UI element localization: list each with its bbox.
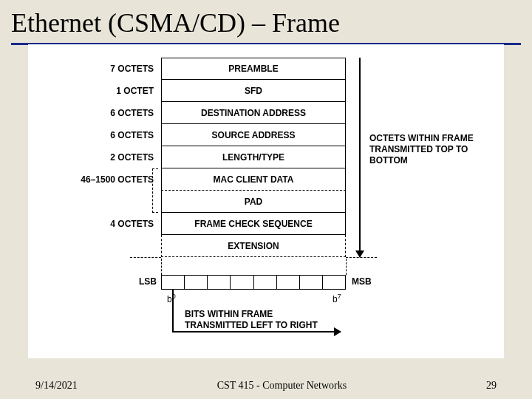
frame-row: 7 OCTETS PREAMBLE	[161, 58, 346, 80]
frame-row: 2 OCTETS LENGTH/TYPE	[161, 146, 346, 168]
field-size: 2 OCTETS	[43, 152, 154, 163]
bit-feeder-left	[161, 259, 162, 275]
bit-arrow-vline	[172, 290, 174, 331]
field-size: 6 OCTETS	[43, 130, 154, 140]
extension-lead-left	[130, 257, 161, 258]
b0-label: b0	[167, 293, 176, 304]
footer-page: 29	[486, 380, 497, 392]
lsb-label: LSB	[139, 276, 157, 287]
field-cell: SFD	[161, 80, 346, 102]
frame-row: PAD	[161, 191, 346, 213]
msb-label: MSB	[352, 276, 372, 287]
frame-row: 6 OCTETS SOURCE ADDRESS	[161, 124, 346, 146]
bit-order-octet	[161, 275, 346, 290]
frame-row: 1 OCTET SFD	[161, 80, 346, 102]
field-size: 46–1500 OCTETS	[43, 174, 154, 185]
title-bar: Ethernet (CSMA/CD) – Frame	[11, 7, 521, 45]
b7-label: b7	[332, 293, 341, 304]
bit-order-note: BITS WITHIN FRAME TRANSMITTED LEFT TO RI…	[185, 309, 318, 331]
frame-row: 46–1500 OCTETS MAC CLIENT DATA	[161, 168, 346, 191]
page-title: Ethernet (CSMA/CD) – Frame	[11, 7, 521, 38]
field-size: 1 OCTET	[43, 86, 154, 96]
field-cell: FRAME CHECK SEQUENCE	[161, 213, 346, 235]
field-cell: PAD	[161, 191, 346, 213]
octet-order-note: OCTETS WITHIN FRAME TRANSMITTED TOP TO B…	[369, 133, 488, 166]
field-size: 6 OCTETS	[43, 108, 154, 118]
footer-date: 9/14/2021	[35, 380, 78, 392]
frame-row: 4 OCTETS FRAME CHECK SEQUENCE	[161, 213, 346, 235]
frame-row: EXTENSION	[161, 235, 346, 257]
slide-footer: 9/14/2021 CST 415 - Computer Networks 29	[0, 380, 532, 392]
frame-column: 7 OCTETS PREAMBLE 1 OCTET SFD 6 OCTETS D…	[161, 58, 346, 257]
bit-feeder-right	[346, 259, 347, 275]
frame-diagram: 7 OCTETS PREAMBLE 1 OCTET SFD 6 OCTETS D…	[28, 44, 504, 358]
field-cell: DESTINATION ADDRESS	[161, 102, 346, 124]
field-cell: MAC CLIENT DATA	[161, 168, 346, 191]
top-to-bottom-arrow	[359, 58, 361, 257]
field-cell: EXTENSION	[161, 235, 346, 257]
frame-row: 6 OCTETS DESTINATION ADDRESS	[161, 102, 346, 124]
left-to-right-arrow	[172, 331, 341, 332]
field-size: 4 OCTETS	[43, 219, 154, 229]
data-pad-bracket	[152, 168, 158, 213]
extension-lead-right	[346, 257, 377, 258]
field-cell: LENGTH/TYPE	[161, 146, 346, 168]
field-cell: PREAMBLE	[161, 58, 346, 80]
field-cell: SOURCE ADDRESS	[161, 124, 346, 146]
footer-course: CST 415 - Computer Networks	[217, 380, 347, 392]
field-size: 7 OCTETS	[43, 64, 154, 74]
